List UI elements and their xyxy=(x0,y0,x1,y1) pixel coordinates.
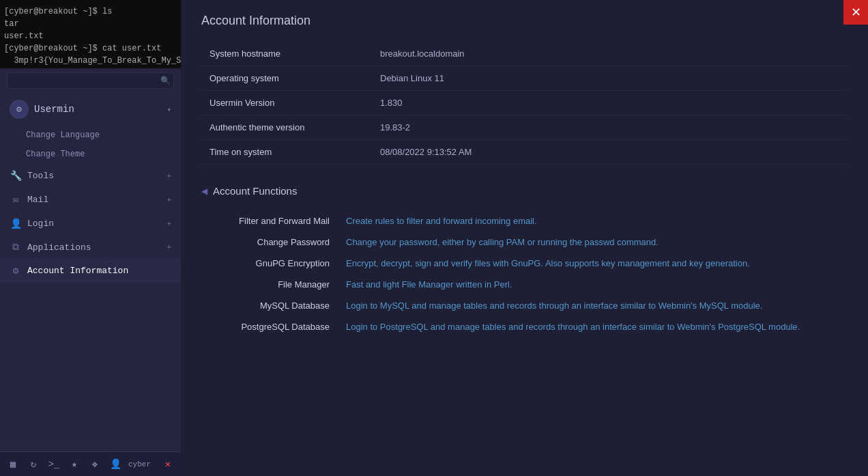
expand-arrow-icon: ▾ xyxy=(167,105,171,114)
info-label: Operating system xyxy=(201,66,372,91)
mail-arrow-icon: + xyxy=(167,196,171,204)
function-link[interactable]: Create rules to filter and forward incom… xyxy=(338,210,848,232)
usermin-icon: ⚙ xyxy=(10,100,29,119)
tools-label: Tools xyxy=(27,171,167,181)
terminal-line-1: [cyber@breakout ~]$ ls xyxy=(4,5,177,18)
change-language-label: Change Language xyxy=(26,130,100,140)
login-icon: 👤 xyxy=(10,218,22,229)
terminal-line-3: user.txt xyxy=(4,30,177,42)
search-input[interactable] xyxy=(7,72,174,89)
sidebar-item-login[interactable]: 👤 Login + xyxy=(0,212,181,236)
function-label: File Manager xyxy=(201,274,338,295)
sidebar-item-change-theme[interactable]: Change Theme xyxy=(0,145,181,164)
table-row: System hostname breakout.localdomain xyxy=(201,42,848,66)
taskbar-icon-settings[interactable]: ❖ xyxy=(86,456,104,473)
taskbar-icon-user[interactable]: 👤 xyxy=(106,456,124,473)
table-row: Filter and Forward Mail Create rules to … xyxy=(201,210,848,232)
left-panel: [cyber@breakout ~]$ ls tar user.txt [cyb… xyxy=(0,0,181,476)
window-close-button[interactable]: ✕ xyxy=(843,0,868,25)
info-label: Usermin Version xyxy=(201,91,372,115)
page-title: Account Information xyxy=(201,14,848,28)
function-link[interactable]: Login to MySQL and manage tables and rec… xyxy=(338,295,848,316)
search-container: 🔍 xyxy=(0,68,181,93)
table-row: Operating system Debian Linux 11 xyxy=(201,66,848,91)
login-label: Login xyxy=(27,219,167,229)
usermin-header[interactable]: ⚙ Usermin ▾ xyxy=(0,93,181,126)
info-value: 08/08/2022 9:13:52 AM xyxy=(372,140,848,165)
info-label: Authentic theme version xyxy=(201,115,372,140)
applications-icon: ⧉ xyxy=(10,242,22,253)
function-link[interactable]: Encrypt, decrypt, sign and verify files … xyxy=(338,253,848,274)
function-label: GnuPG Encryption xyxy=(201,253,338,274)
account-info-label: Account Information xyxy=(27,266,171,276)
applications-label: Applications xyxy=(27,242,167,253)
function-link[interactable]: Login to PostgreSQL and manage tables an… xyxy=(338,316,848,337)
taskbar: ▦ ↻ >_ ★ ❖ 👤 cyber ✕ xyxy=(0,451,181,476)
info-label: Time on system xyxy=(201,140,372,165)
mail-label: Mail xyxy=(27,195,167,205)
mail-icon: ✉ xyxy=(10,194,22,206)
account-functions-section: ◀ Account Functions Filter and Forward M… xyxy=(201,185,848,337)
sidebar-item-change-language[interactable]: Change Language xyxy=(0,126,181,145)
tools-arrow-icon: + xyxy=(167,172,171,180)
taskbar-icon-refresh[interactable]: ↻ xyxy=(25,456,42,473)
sidebar: 🔍 ⚙ Usermin ▾ Change Language Change The… xyxy=(0,68,181,476)
function-link[interactable]: Change your password, either by calling … xyxy=(338,232,848,253)
function-link-anchor[interactable]: Create rules to filter and forward incom… xyxy=(346,216,537,226)
terminal-line-2: tar xyxy=(4,18,177,30)
table-row: PostgreSQL Database Login to PostgreSQL … xyxy=(201,316,848,337)
collapse-triangle-icon[interactable]: ◀ xyxy=(201,186,207,196)
table-row: MySQL Database Login to MySQL and manage… xyxy=(201,295,848,316)
function-label: MySQL Database xyxy=(201,295,338,316)
function-link-anchor[interactable]: Login to PostgreSQL and manage tables an… xyxy=(346,322,800,332)
table-row: GnuPG Encryption Encrypt, decrypt, sign … xyxy=(201,253,848,274)
applications-arrow-icon: + xyxy=(167,243,171,251)
close-icon: ✕ xyxy=(851,5,861,20)
login-arrow-icon: + xyxy=(167,220,171,228)
sidebar-item-account-information[interactable]: ⚙ Account Information xyxy=(0,259,181,283)
table-row: Change Password Change your password, ei… xyxy=(201,232,848,253)
info-value: 1.830 xyxy=(372,91,848,115)
function-label: PostgreSQL Database xyxy=(201,316,338,337)
table-row: Authentic theme version 19.83-2 xyxy=(201,115,848,140)
table-row: Usermin Version 1.830 xyxy=(201,91,848,115)
tools-icon: 🔧 xyxy=(10,170,22,182)
functions-title: Account Functions xyxy=(213,185,297,197)
sidebar-item-applications[interactable]: ⧉ Applications + xyxy=(0,236,181,259)
info-value: breakout.localdomain xyxy=(372,42,848,66)
sidebar-item-tools[interactable]: 🔧 Tools + xyxy=(0,164,181,188)
main-content: Account Information System hostname brea… xyxy=(181,0,868,476)
info-label: System hostname xyxy=(201,42,372,66)
taskbar-icon-terminal[interactable]: >_ xyxy=(45,456,63,473)
account-info-table: System hostname breakout.localdomain Ope… xyxy=(201,42,848,165)
usermin-label: Usermin xyxy=(34,104,161,115)
taskbar-icon-close[interactable]: ✕ xyxy=(159,456,177,473)
taskbar-username: cyber xyxy=(128,460,151,468)
info-value: 19.83-2 xyxy=(372,115,848,140)
sidebar-item-mail[interactable]: ✉ Mail + xyxy=(0,188,181,212)
info-value: Debian Linux 11 xyxy=(372,66,848,91)
function-link[interactable]: Fast and light File Manager written in P… xyxy=(338,274,848,295)
account-info-icon: ⚙ xyxy=(10,265,22,277)
function-label: Filter and Forward Mail xyxy=(201,210,338,232)
functions-table: Filter and Forward Mail Create rules to … xyxy=(201,210,848,337)
function-link-anchor[interactable]: Encrypt, decrypt, sign and verify files … xyxy=(346,258,750,268)
function-label: Change Password xyxy=(201,232,338,253)
function-link-anchor[interactable]: Fast and light File Manager written in P… xyxy=(346,279,512,290)
table-row: File Manager Fast and light File Manager… xyxy=(201,274,848,295)
taskbar-icon-star[interactable]: ★ xyxy=(66,456,83,473)
terminal-line-5: 3mp!r3{You_Manage_To_Break_To_My_Secure_… xyxy=(4,55,177,67)
function-link-anchor[interactable]: Change your password, either by calling … xyxy=(346,237,659,247)
functions-header: ◀ Account Functions xyxy=(201,185,848,197)
table-row: Time on system 08/08/2022 9:13:52 AM xyxy=(201,140,848,165)
function-link-anchor[interactable]: Login to MySQL and manage tables and rec… xyxy=(346,300,762,311)
taskbar-icon-grid[interactable]: ▦ xyxy=(4,456,22,473)
change-theme-label: Change Theme xyxy=(26,150,85,159)
terminal-line-4: [cyber@breakout ~]$ cat user.txt xyxy=(4,42,177,55)
